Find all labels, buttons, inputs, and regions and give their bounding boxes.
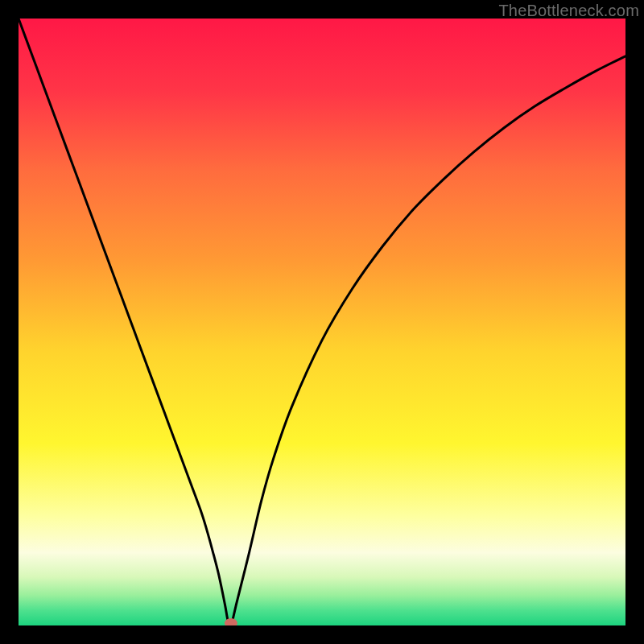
watermark-text: TheBottleneck.com xyxy=(498,2,639,20)
bottleneck-chart xyxy=(19,19,625,625)
gradient-background xyxy=(19,19,625,625)
plot-frame xyxy=(19,19,625,625)
